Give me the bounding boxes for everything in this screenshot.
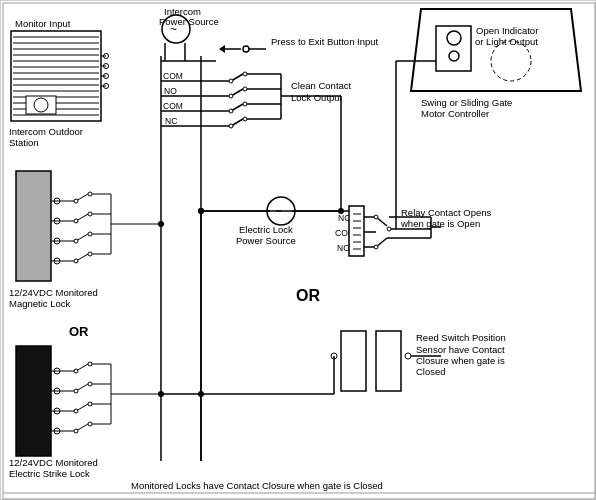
electric-strike-label: 12/24VDC Monitored (9, 457, 98, 468)
svg-rect-72 (16, 171, 51, 281)
monitored-locks-label: Monitored Locks have Contact Closure whe… (131, 480, 383, 491)
svg-point-153 (374, 245, 378, 249)
svg-point-17 (34, 98, 48, 112)
svg-point-43 (229, 79, 233, 83)
svg-point-84 (88, 192, 92, 196)
svg-point-138 (449, 51, 459, 61)
svg-point-131 (88, 422, 92, 426)
swing-gate-label: Swing or Sliding Gate (421, 97, 512, 108)
svg-point-126 (88, 402, 92, 406)
svg-point-53 (229, 109, 233, 113)
relay-contact-label2: when gate is Open (400, 218, 480, 229)
magnetic-lock-label2: Magnetic Lock (9, 298, 71, 309)
reed-switch-label4: Closed (416, 366, 446, 377)
open-indicator-label: Open Indicator (476, 25, 538, 36)
swing-gate-label2: Motor Controller (421, 108, 489, 119)
svg-point-89 (88, 212, 92, 216)
svg-point-94 (88, 232, 92, 236)
svg-point-59 (243, 117, 247, 121)
electric-lock-power-label2: Power Source (236, 235, 296, 246)
svg-point-83 (74, 199, 78, 203)
svg-point-88 (74, 219, 78, 223)
nc-label1: NC (165, 116, 177, 126)
svg-point-54 (243, 102, 247, 106)
svg-point-44 (243, 72, 247, 76)
svg-point-125 (74, 409, 78, 413)
intercom-outdoor-label2: Station (9, 137, 39, 148)
svg-point-148 (387, 227, 391, 231)
svg-rect-171 (341, 331, 366, 391)
electric-strike-label2: Electric Strike Lock (9, 468, 90, 479)
com-label1: COM (163, 71, 183, 81)
svg-point-58 (229, 124, 233, 128)
open-indicator-label2: or Light Output (475, 36, 538, 47)
or-label1: OR (69, 324, 89, 339)
svg-point-145 (374, 215, 378, 219)
svg-rect-172 (376, 331, 401, 391)
relay-contact-label: Relay Contact Opens (401, 207, 492, 218)
svg-point-93 (74, 239, 78, 243)
or-label2: OR (296, 287, 320, 304)
svg-point-49 (243, 87, 247, 91)
com-label2: COM (163, 101, 183, 111)
clean-contact-label: Clean Contact (291, 80, 352, 91)
intercom-outdoor-label: Intercom Outdoor (9, 126, 83, 137)
intercom-power-label2: Power Source (159, 16, 219, 27)
svg-point-139 (491, 41, 531, 81)
svg-point-115 (74, 369, 78, 373)
svg-rect-104 (16, 346, 51, 456)
monitor-input-label: Monitor Input (15, 18, 71, 29)
svg-point-137 (447, 31, 461, 45)
wiring-diagram: Monitor Input Intercom Outdoor Station ~… (0, 0, 596, 500)
svg-point-99 (88, 252, 92, 256)
svg-point-121 (88, 382, 92, 386)
reed-switch-label: Reed Switch Position (416, 332, 506, 343)
clean-contact-label2: Lock Output (291, 92, 343, 103)
svg-point-48 (229, 94, 233, 98)
no-label1: NO (164, 86, 177, 96)
svg-point-174 (405, 353, 411, 359)
no-relay-label: NO (337, 243, 350, 253)
svg-point-98 (74, 259, 78, 263)
svg-point-103 (158, 221, 164, 227)
magnetic-lock-label: 12/24VDC Monitored (9, 287, 98, 298)
reed-switch-label2: Sensor have Contact (416, 344, 505, 355)
electric-lock-power-label: Electric Lock (239, 224, 293, 235)
svg-point-116 (88, 362, 92, 366)
svg-point-170 (338, 208, 344, 214)
press-exit-label: Press to Exit Button Input (271, 36, 379, 47)
svg-point-32 (243, 46, 249, 52)
svg-point-130 (74, 429, 78, 433)
svg-point-120 (74, 389, 78, 393)
reed-switch-label3: Closure when gate is (416, 355, 505, 366)
